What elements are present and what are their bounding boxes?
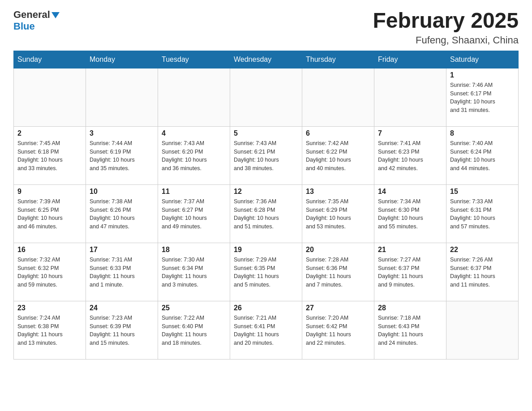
day-number: 26 — [234, 304, 298, 312]
day-number: 21 — [378, 246, 442, 254]
day-number: 20 — [306, 246, 370, 254]
logo-general-text: General — [13, 9, 50, 21]
day-info: Sunrise: 7:41 AMSunset: 6:23 PMDaylight:… — [378, 139, 442, 173]
day-info: Sunrise: 7:31 AMSunset: 6:33 PMDaylight:… — [90, 256, 154, 289]
day-info: Sunrise: 7:30 AMSunset: 6:34 PMDaylight:… — [162, 256, 226, 289]
day-info: Sunrise: 7:28 AMSunset: 6:36 PMDaylight:… — [306, 256, 370, 289]
day-number: 17 — [90, 246, 154, 254]
day-info: Sunrise: 7:39 AMSunset: 6:25 PMDaylight:… — [17, 197, 82, 231]
day-number: 7 — [378, 129, 442, 137]
day-number: 5 — [234, 129, 298, 137]
day-number: 4 — [162, 129, 226, 137]
calendar-week-row: 9Sunrise: 7:39 AMSunset: 6:25 PMDaylight… — [14, 184, 519, 243]
day-info: Sunrise: 7:38 AMSunset: 6:26 PMDaylight:… — [90, 197, 154, 231]
calendar-cell: 13Sunrise: 7:35 AMSunset: 6:29 PMDayligh… — [302, 184, 374, 243]
calendar-cell — [446, 301, 519, 359]
logo-arrow-icon — [51, 12, 60, 18]
day-number: 3 — [90, 129, 154, 137]
calendar-cell — [158, 68, 230, 126]
calendar-cell: 10Sunrise: 7:38 AMSunset: 6:26 PMDayligh… — [86, 184, 158, 243]
weekday-header-saturday: Saturday — [446, 51, 519, 68]
calendar-cell: 22Sunrise: 7:26 AMSunset: 6:37 PMDayligh… — [446, 243, 519, 301]
calendar-cell: 18Sunrise: 7:30 AMSunset: 6:34 PMDayligh… — [158, 243, 230, 301]
location-title: Fufeng, Shaanxi, China — [373, 34, 519, 46]
day-number: 13 — [306, 188, 370, 196]
day-number: 2 — [17, 129, 82, 137]
calendar-cell: 5Sunrise: 7:43 AMSunset: 6:21 PMDaylight… — [230, 126, 302, 184]
calendar-cell: 15Sunrise: 7:33 AMSunset: 6:31 PMDayligh… — [446, 184, 519, 243]
day-info: Sunrise: 7:43 AMSunset: 6:20 PMDaylight:… — [162, 139, 226, 173]
title-section: February 2025 Fufeng, Shaanxi, China — [373, 9, 519, 46]
day-info: Sunrise: 7:23 AMSunset: 6:39 PMDaylight:… — [90, 314, 154, 347]
calendar-cell — [14, 68, 86, 126]
weekday-header-friday: Friday — [374, 51, 446, 68]
calendar-cell: 11Sunrise: 7:37 AMSunset: 6:27 PMDayligh… — [158, 184, 230, 243]
calendar-cell: 23Sunrise: 7:24 AMSunset: 6:38 PMDayligh… — [14, 301, 86, 359]
calendar-cell — [302, 68, 374, 126]
day-number: 6 — [306, 129, 370, 137]
day-number: 14 — [378, 188, 442, 196]
calendar-cell: 1Sunrise: 7:46 AMSunset: 6:17 PMDaylight… — [446, 68, 519, 126]
calendar-cell: 25Sunrise: 7:22 AMSunset: 6:40 PMDayligh… — [158, 301, 230, 359]
day-number: 23 — [17, 304, 82, 312]
calendar-cell — [374, 68, 446, 126]
weekday-header-sunday: Sunday — [14, 51, 86, 68]
calendar-cell: 27Sunrise: 7:20 AMSunset: 6:42 PMDayligh… — [302, 301, 374, 359]
calendar-cell: 4Sunrise: 7:43 AMSunset: 6:20 PMDaylight… — [158, 126, 230, 184]
day-number: 18 — [162, 246, 226, 254]
day-info: Sunrise: 7:46 AMSunset: 6:17 PMDaylight:… — [450, 81, 515, 115]
calendar-cell: 6Sunrise: 7:42 AMSunset: 6:22 PMDaylight… — [302, 126, 374, 184]
logo-blue-text: Blue — [13, 21, 35, 32]
calendar-header-row: SundayMondayTuesdayWednesdayThursdayFrid… — [14, 51, 519, 68]
page-header: General Blue February 2025 Fufeng, Shaan… — [13, 9, 519, 46]
calendar-week-row: 2Sunrise: 7:45 AMSunset: 6:18 PMDaylight… — [14, 126, 519, 184]
calendar-cell: 12Sunrise: 7:36 AMSunset: 6:28 PMDayligh… — [230, 184, 302, 243]
calendar-cell: 8Sunrise: 7:40 AMSunset: 6:24 PMDaylight… — [446, 126, 519, 184]
calendar-table: SundayMondayTuesdayWednesdayThursdayFrid… — [13, 51, 519, 360]
day-info: Sunrise: 7:27 AMSunset: 6:37 PMDaylight:… — [378, 256, 442, 289]
weekday-header-thursday: Thursday — [302, 51, 374, 68]
day-info: Sunrise: 7:32 AMSunset: 6:32 PMDaylight:… — [17, 256, 82, 289]
calendar-cell: 19Sunrise: 7:29 AMSunset: 6:35 PMDayligh… — [230, 243, 302, 301]
day-number: 10 — [90, 188, 154, 196]
calendar-cell: 7Sunrise: 7:41 AMSunset: 6:23 PMDaylight… — [374, 126, 446, 184]
day-info: Sunrise: 7:42 AMSunset: 6:22 PMDaylight:… — [306, 139, 370, 173]
calendar-week-row: 16Sunrise: 7:32 AMSunset: 6:32 PMDayligh… — [14, 243, 519, 301]
calendar-cell: 20Sunrise: 7:28 AMSunset: 6:36 PMDayligh… — [302, 243, 374, 301]
day-number: 1 — [450, 71, 515, 79]
calendar-cell — [86, 68, 158, 126]
weekday-header-monday: Monday — [86, 51, 158, 68]
day-number: 25 — [162, 304, 226, 312]
day-info: Sunrise: 7:29 AMSunset: 6:35 PMDaylight:… — [234, 256, 298, 289]
day-number: 22 — [450, 246, 515, 254]
calendar-cell — [230, 68, 302, 126]
calendar-cell: 3Sunrise: 7:44 AMSunset: 6:19 PMDaylight… — [86, 126, 158, 184]
day-info: Sunrise: 7:21 AMSunset: 6:41 PMDaylight:… — [234, 314, 298, 347]
day-number: 19 — [234, 246, 298, 254]
day-number: 27 — [306, 304, 370, 312]
day-info: Sunrise: 7:44 AMSunset: 6:19 PMDaylight:… — [90, 139, 154, 173]
weekday-header-tuesday: Tuesday — [158, 51, 230, 68]
day-info: Sunrise: 7:20 AMSunset: 6:42 PMDaylight:… — [306, 314, 370, 347]
day-info: Sunrise: 7:33 AMSunset: 6:31 PMDaylight:… — [450, 197, 515, 231]
calendar-cell: 17Sunrise: 7:31 AMSunset: 6:33 PMDayligh… — [86, 243, 158, 301]
day-info: Sunrise: 7:43 AMSunset: 6:21 PMDaylight:… — [234, 139, 298, 173]
day-info: Sunrise: 7:45 AMSunset: 6:18 PMDaylight:… — [17, 139, 82, 173]
day-info: Sunrise: 7:35 AMSunset: 6:29 PMDaylight:… — [306, 197, 370, 231]
day-info: Sunrise: 7:36 AMSunset: 6:28 PMDaylight:… — [234, 197, 298, 231]
day-number: 9 — [17, 188, 82, 196]
day-info: Sunrise: 7:40 AMSunset: 6:24 PMDaylight:… — [450, 139, 515, 173]
day-info: Sunrise: 7:37 AMSunset: 6:27 PMDaylight:… — [162, 197, 226, 231]
day-number: 16 — [17, 246, 82, 254]
day-info: Sunrise: 7:18 AMSunset: 6:43 PMDaylight:… — [378, 314, 442, 347]
calendar-cell: 26Sunrise: 7:21 AMSunset: 6:41 PMDayligh… — [230, 301, 302, 359]
calendar-week-row: 1Sunrise: 7:46 AMSunset: 6:17 PMDaylight… — [14, 68, 519, 126]
calendar-cell: 16Sunrise: 7:32 AMSunset: 6:32 PMDayligh… — [14, 243, 86, 301]
day-info: Sunrise: 7:22 AMSunset: 6:40 PMDaylight:… — [162, 314, 226, 347]
day-info: Sunrise: 7:34 AMSunset: 6:30 PMDaylight:… — [378, 197, 442, 231]
day-number: 15 — [450, 188, 515, 196]
calendar-cell: 28Sunrise: 7:18 AMSunset: 6:43 PMDayligh… — [374, 301, 446, 359]
calendar-cell: 14Sunrise: 7:34 AMSunset: 6:30 PMDayligh… — [374, 184, 446, 243]
day-number: 12 — [234, 188, 298, 196]
day-info: Sunrise: 7:24 AMSunset: 6:38 PMDaylight:… — [17, 314, 82, 347]
